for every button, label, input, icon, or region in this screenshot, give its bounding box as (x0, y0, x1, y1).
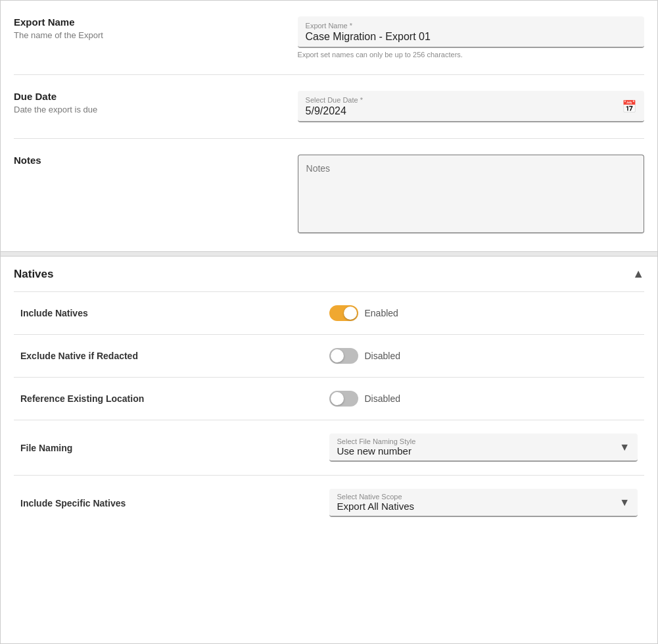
notes-textarea[interactable] (298, 155, 644, 234)
include-natives-track (329, 305, 358, 321)
exclude-native-state-label: Disabled (365, 351, 400, 361)
include-natives-toggle[interactable] (329, 305, 358, 321)
include-natives-thumb (344, 307, 357, 320)
reference-location-thumb (331, 392, 344, 405)
reference-location-label: Reference Existing Location (20, 393, 329, 404)
include-specific-row: Include Specific Natives Select Native S… (14, 475, 644, 530)
due-date-label: Due Date (14, 91, 285, 102)
reference-location-track (329, 391, 358, 407)
notes-input-col (298, 155, 644, 235)
file-naming-row: File Naming Select File Naming Style Use… (14, 420, 644, 475)
calendar-icon[interactable]: 📅 (622, 99, 636, 114)
export-name-row: Export Name The name of the Export Expor… (14, 1, 644, 75)
reference-location-control: Disabled (329, 391, 638, 407)
notes-row: Notes (14, 139, 644, 251)
include-natives-state-label: Enabled (365, 308, 398, 318)
file-naming-control: Select File Naming Style Use new number … (329, 433, 638, 462)
file-naming-label: File Naming (20, 443, 329, 453)
natives-title: Natives (14, 268, 53, 281)
file-naming-select[interactable]: Select File Naming Style Use new number … (329, 433, 638, 462)
due-date-field-inner: Select Due Date * 5/9/2024 (306, 96, 622, 117)
notes-label: Notes (14, 155, 285, 166)
file-naming-select-inner: Select File Naming Style Use new number (337, 437, 620, 457)
export-name-hint: Export set names can only be up to 256 c… (298, 51, 644, 59)
reference-location-row: Reference Existing Location Disabled (14, 377, 644, 420)
include-specific-select-label: Select Native Scope (337, 493, 620, 501)
export-name-field-label: Export Name * (306, 22, 636, 30)
reference-location-toggle-wrapper: Disabled (329, 391, 400, 407)
due-date-desc: Date the export is due (14, 105, 285, 114)
export-name-input-col: Export Name * Export set names can only … (298, 16, 644, 59)
export-name-input[interactable] (306, 31, 636, 43)
top-section: Export Name The name of the Export Expor… (1, 1, 657, 251)
include-specific-select-value: Export All Natives (337, 501, 620, 512)
exclude-native-toggle[interactable] (329, 348, 358, 364)
due-date-field-label: Select Due Date * (306, 96, 622, 104)
include-specific-control: Select Native Scope Export All Natives ▼ (329, 489, 638, 517)
exclude-native-row: Exclude Native if Redacted Disabled (14, 334, 644, 377)
include-specific-dropdown-arrow: ▼ (619, 497, 630, 508)
include-natives-row: Include Natives Enabled (14, 291, 644, 334)
export-name-label: Export Name (14, 16, 285, 28)
exclude-native-control: Disabled (329, 348, 638, 364)
natives-header: Natives ▲ (14, 257, 644, 291)
exclude-native-toggle-wrapper: Disabled (329, 348, 400, 364)
notes-label-col: Notes (14, 155, 298, 168)
include-natives-label: Include Natives (20, 308, 329, 318)
include-specific-select-inner: Select Native Scope Export All Natives (337, 493, 620, 512)
file-naming-select-value: Use new number (337, 445, 620, 457)
exclude-native-track (329, 348, 358, 364)
export-name-label-col: Export Name The name of the Export (14, 16, 298, 40)
export-name-desc: The name of the Export (14, 30, 285, 40)
due-date-row: Due Date Date the export is due Select D… (14, 75, 644, 139)
reference-location-toggle[interactable] (329, 391, 358, 407)
exclude-native-label: Exclude Native if Redacted (20, 351, 329, 361)
due-date-input-col: Select Due Date * 5/9/2024 📅 (298, 91, 644, 122)
natives-collapse-icon[interactable]: ▲ (632, 267, 644, 281)
due-date-field-wrapper[interactable]: Select Due Date * 5/9/2024 📅 (298, 91, 644, 122)
page-wrapper: Export Name The name of the Export Expor… (0, 0, 658, 644)
file-naming-select-label: Select File Naming Style (337, 437, 620, 445)
export-name-field-wrapper: Export Name * (298, 16, 644, 48)
exclude-native-thumb (331, 349, 344, 362)
due-date-label-col: Due Date Date the export is due (14, 91, 298, 114)
reference-location-state-label: Disabled (365, 393, 400, 404)
include-specific-label: Include Specific Natives (20, 498, 329, 508)
include-specific-select[interactable]: Select Native Scope Export All Natives ▼ (329, 489, 638, 517)
file-naming-dropdown-arrow: ▼ (619, 441, 630, 453)
due-date-value: 5/9/2024 (306, 105, 622, 117)
section-divider (1, 251, 657, 257)
include-natives-toggle-wrapper: Enabled (329, 305, 398, 321)
natives-section: Natives ▲ Include Natives Enabled (1, 257, 657, 530)
include-natives-control: Enabled (329, 305, 638, 321)
